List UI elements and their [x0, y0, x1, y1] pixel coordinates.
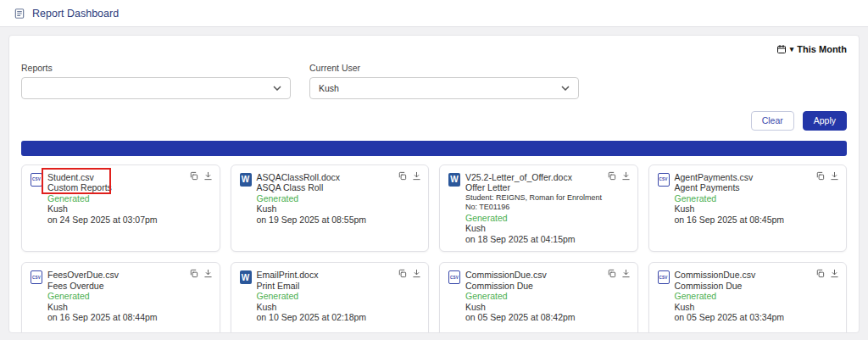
- download-icon[interactable]: [621, 269, 631, 278]
- file-name: V25.2-Letter_of_Offer.docx: [465, 172, 607, 183]
- file-type-icon: W: [240, 270, 252, 284]
- reports-label: Reports: [21, 63, 291, 73]
- report-user: Kush: [257, 203, 398, 215]
- report-name: Commission Due: [465, 281, 607, 292]
- report-user: Kush: [675, 203, 816, 215]
- report-name: ASQA Class Roll: [257, 182, 398, 193]
- caret-down-icon: ▾: [790, 45, 794, 53]
- report-date: on 16 Sep 2025 at 08:44pm: [47, 312, 189, 323]
- file-name: AgentPayments.csv: [675, 172, 816, 183]
- file-type-icon: W: [240, 173, 252, 187]
- status-generated: Generated: [257, 193, 398, 204]
- file-name: CommissionDue.csv: [465, 270, 607, 281]
- copy-icon[interactable]: [815, 171, 825, 181]
- report-card: CSV FeesOverDue.csv Fees Overdue Generat…: [21, 262, 220, 333]
- report-card: CSV AgentPayments.csv Agent Payments Gen…: [648, 164, 848, 253]
- filters-row: Reports Current User Kush: [21, 63, 847, 99]
- status-generated: Generated: [465, 291, 607, 302]
- report-user: Kush: [675, 302, 816, 313]
- report-name: Agent Payments: [675, 182, 816, 193]
- file-name: Student.csv: [47, 172, 189, 183]
- card-actions: [189, 269, 213, 278]
- file-type-icon: CSV: [31, 173, 42, 187]
- report-user: Kush: [257, 302, 398, 313]
- date-range-label: This Month: [797, 44, 847, 54]
- filter-buttons-row: Clear Apply: [21, 111, 847, 131]
- file-type-icon: CSV: [448, 270, 460, 284]
- download-icon[interactable]: [830, 171, 839, 181]
- status-generated: Generated: [675, 193, 816, 204]
- card-actions: [815, 171, 839, 181]
- file-type-icon: CSV: [31, 270, 42, 284]
- file-name: ASQAClassRoll.docx: [257, 172, 398, 183]
- report-date: on 19 Sep 2025 at 08:55pm: [257, 215, 398, 226]
- card-actions: [607, 269, 631, 278]
- report-detail: Student: REIGNS, Roman for Enrolment No:…: [465, 193, 607, 213]
- download-icon[interactable]: [203, 171, 213, 181]
- results-header-bar: [21, 141, 847, 156]
- report-name: Fees Overdue: [47, 281, 189, 292]
- copy-icon[interactable]: [189, 171, 198, 181]
- copy-icon[interactable]: [607, 171, 616, 181]
- download-icon[interactable]: [830, 269, 839, 278]
- download-icon[interactable]: [412, 171, 421, 181]
- report-card: CSV Student.csv Custom Reports Generated…: [21, 164, 220, 253]
- copy-icon[interactable]: [607, 269, 616, 278]
- topbar: Report Dashboard: [0, 0, 868, 27]
- status-generated: Generated: [47, 291, 189, 302]
- card-actions: [398, 269, 421, 278]
- report-user: Kush: [47, 302, 189, 313]
- report-date: on 24 Sep 2025 at 03:07pm: [47, 215, 189, 226]
- file-name: EmailPrint.docx: [257, 270, 398, 281]
- report-card: W ASQAClassRoll.docx ASQA Class Roll Gen…: [231, 164, 430, 253]
- report-name: Custom Reports: [47, 182, 189, 193]
- status-generated: Generated: [47, 193, 189, 204]
- report-date: on 16 Sep 2025 at 08:45pm: [675, 215, 816, 226]
- current-user-select-value: Kush: [319, 83, 339, 93]
- report-name: Commission Due: [675, 281, 816, 292]
- report-dashboard-icon: [14, 8, 25, 20]
- report-date: on 05 Sep 2025 at 08:42pm: [465, 312, 607, 323]
- report-name: Offer Letter: [465, 182, 607, 193]
- file-name: FeesOverDue.csv: [47, 270, 189, 281]
- current-user-select[interactable]: Kush: [309, 77, 579, 99]
- copy-icon[interactable]: [189, 269, 198, 278]
- copy-icon[interactable]: [398, 171, 407, 181]
- date-range-selector[interactable]: ▾ This Month: [21, 44, 847, 54]
- report-date: on 10 Sep 2025 at 02:18pm: [257, 312, 398, 323]
- copy-icon[interactable]: [398, 269, 407, 278]
- report-date: on 05 Sep 2025 at 03:34pm: [675, 312, 816, 323]
- download-icon[interactable]: [203, 269, 213, 278]
- report-card: CSV CommissionDue.csv Commission Due Gen…: [439, 262, 638, 333]
- file-name: CommissionDue.csv: [675, 270, 816, 281]
- current-user-field: Current User Kush: [309, 63, 579, 99]
- page-title: Report Dashboard: [32, 8, 119, 20]
- file-type-icon: CSV: [658, 270, 670, 284]
- status-generated: Generated: [257, 291, 398, 302]
- file-type-icon: W: [448, 173, 460, 187]
- current-user-label: Current User: [309, 63, 579, 73]
- reports-field: Reports: [21, 63, 291, 99]
- card-actions: [398, 171, 421, 181]
- report-user: Kush: [465, 302, 607, 313]
- report-card: W EmailPrint.docx Print Email Generated …: [231, 262, 430, 333]
- report-cards-grid: CSV Student.csv Custom Reports Generated…: [21, 164, 847, 333]
- apply-button[interactable]: Apply: [803, 111, 847, 131]
- clear-button[interactable]: Clear: [751, 111, 794, 131]
- status-generated: Generated: [675, 291, 816, 302]
- main-panel: ▾ This Month Reports Current User Kush C…: [8, 35, 860, 333]
- file-type-icon: CSV: [658, 173, 670, 187]
- report-name: Print Email: [257, 281, 398, 292]
- card-actions: [815, 269, 839, 278]
- report-date: on 18 Sep 2025 at 04:15pm: [465, 234, 607, 245]
- reports-select[interactable]: [21, 77, 291, 99]
- download-icon[interactable]: [412, 269, 421, 278]
- calendar-icon: [776, 44, 787, 54]
- copy-icon[interactable]: [815, 269, 825, 278]
- chevron-down-icon: [273, 86, 281, 91]
- report-user: Kush: [465, 223, 607, 234]
- download-icon[interactable]: [621, 171, 631, 181]
- report-card: W V25.2-Letter_of_Offer.docx Offer Lette…: [439, 164, 638, 253]
- report-card: CSV CommissionDue.csv Commission Due Gen…: [648, 262, 848, 333]
- report-user: Kush: [47, 203, 189, 215]
